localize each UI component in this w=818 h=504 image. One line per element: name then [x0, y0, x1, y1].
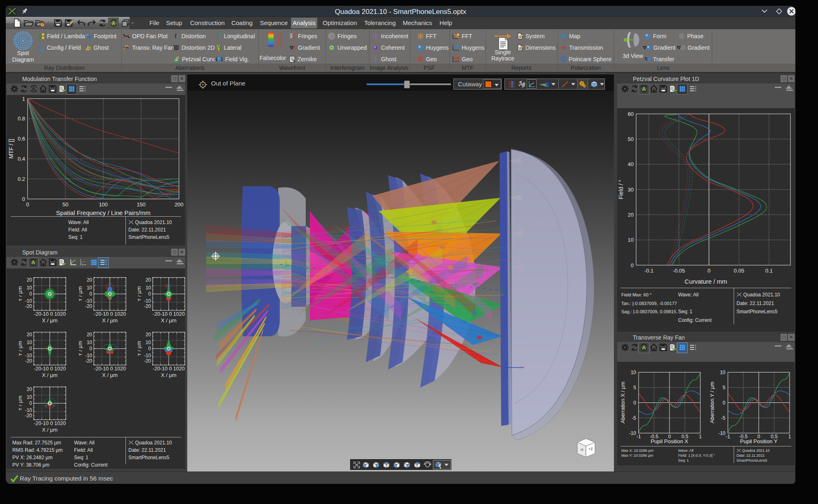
svg-text:Field / °: Field / °	[618, 180, 624, 199]
svg-text:X / µm: X / µm	[42, 317, 58, 324]
svg-text:0: 0	[22, 196, 25, 202]
svg-text:-20-10 0 1020: -20-10 0 1020	[94, 366, 126, 372]
svg-text:50: 50	[63, 201, 68, 208]
svg-text:F: F	[458, 33, 459, 36]
svg-text:10: 10	[146, 340, 151, 345]
svg-text:-20: -20	[25, 303, 33, 309]
svg-text:10: 10	[146, 285, 151, 291]
svg-text:10: 10	[720, 370, 726, 375]
svg-text:0: 0	[148, 346, 151, 351]
svg-text:0: 0	[148, 291, 151, 297]
svg-text:-20: -20	[25, 358, 33, 364]
svg-text:10: 10	[631, 370, 637, 375]
svg-text:X / µm: X / µm	[102, 317, 118, 324]
svg-text:0: 0	[26, 201, 29, 208]
svg-text:-10: -10	[25, 298, 33, 304]
svg-text:-10: -10	[144, 353, 151, 358]
svg-text:X / µm: X / µm	[42, 372, 58, 378]
svg-text:200: 200	[174, 201, 184, 208]
svg-text:0.05: 0.05	[734, 268, 744, 274]
svg-text:-X: -X	[580, 448, 583, 452]
svg-text:Y / µm: Y / µm	[19, 395, 23, 411]
svg-text:0.2: 0.2	[18, 176, 25, 182]
svg-text:0: 0	[723, 400, 725, 406]
svg-text:-5: -5	[632, 415, 636, 421]
svg-text:0: 0	[29, 346, 32, 351]
svg-text:+Z: +Z	[588, 447, 593, 451]
svg-text:X / µm: X / µm	[161, 372, 177, 378]
svg-text:10: 10	[628, 237, 634, 243]
svg-text:5: 5	[723, 385, 725, 391]
svg-text:30: 30	[628, 187, 634, 193]
svg-text:150: 150	[137, 201, 146, 208]
svg-text:MTF / []: MTF / []	[8, 139, 14, 159]
svg-text:0: 0	[89, 291, 92, 297]
svg-text:-20: -20	[85, 358, 93, 364]
svg-text:-10: -10	[629, 430, 637, 436]
svg-text:Y / µm: Y / µm	[19, 341, 23, 356]
svg-text:0.4: 0.4	[18, 156, 25, 162]
svg-text:X / µm: X / µm	[161, 317, 177, 324]
svg-text:20: 20	[628, 212, 634, 218]
svg-text:Y / µm: Y / µm	[79, 286, 83, 302]
svg-text:-10: -10	[144, 298, 151, 304]
svg-text:-20-10 0 1020: -20-10 0 1020	[34, 421, 66, 426]
svg-text:Aberration Y / µm: Aberration Y / µm	[709, 382, 715, 423]
svg-text:Aberration X / µm: Aberration X / µm	[620, 381, 626, 423]
svg-text:-20: -20	[25, 413, 33, 418]
svg-text:0: 0	[707, 268, 710, 274]
svg-text:20: 20	[27, 386, 33, 392]
svg-text:0: 0	[633, 400, 636, 406]
svg-text:-20-10 0 1020: -20-10 0 1020	[153, 311, 185, 317]
svg-text:X / µm: X / µm	[102, 372, 118, 378]
svg-text:-20-10 0 1020: -20-10 0 1020	[34, 366, 66, 372]
svg-text:1: 1	[22, 96, 25, 102]
svg-text:Y / µm: Y / µm	[79, 341, 83, 356]
svg-text:-10: -10	[85, 353, 93, 358]
svg-text:-10: -10	[25, 407, 33, 413]
svg-text:10: 10	[87, 285, 93, 291]
svg-text:-20-10 0 1020: -20-10 0 1020	[94, 311, 126, 317]
svg-text:20: 20	[27, 277, 33, 283]
svg-text:10: 10	[87, 340, 93, 345]
svg-text:20: 20	[146, 332, 151, 338]
svg-text:-10: -10	[25, 353, 33, 358]
svg-text:Y / µm: Y / µm	[138, 341, 142, 356]
svg-text:-20: -20	[85, 303, 93, 309]
svg-text:-20-10 0 1020: -20-10 0 1020	[34, 311, 66, 317]
svg-text:10: 10	[27, 394, 33, 400]
svg-text:0.8: 0.8	[18, 116, 25, 122]
svg-text:0: 0	[29, 400, 32, 406]
svg-text:0.6: 0.6	[18, 136, 25, 142]
svg-text:10: 10	[27, 285, 33, 291]
svg-text:X / µm: X / µm	[42, 427, 58, 433]
svg-text:0.1: 0.1	[765, 268, 773, 274]
svg-text:20: 20	[87, 277, 93, 283]
svg-text:-0.1: -0.1	[644, 268, 653, 274]
svg-text:-5: -5	[721, 415, 725, 421]
svg-text:Spatial Frequency / Line Pairs: Spatial Frequency / Line Pairs/mm	[56, 209, 150, 216]
svg-text:-20: -20	[144, 358, 151, 364]
svg-text:20: 20	[27, 332, 33, 338]
svg-text:-10: -10	[718, 430, 726, 436]
svg-text:10: 10	[27, 340, 33, 345]
svg-text:20: 20	[146, 277, 151, 283]
svg-text:0: 0	[631, 262, 634, 268]
svg-text:5: 5	[633, 385, 636, 391]
svg-text:60: 60	[628, 111, 634, 117]
svg-text:-20: -20	[144, 303, 151, 309]
svg-text:-10: -10	[85, 298, 93, 304]
svg-text:Y / µm: Y / µm	[19, 286, 23, 302]
svg-text:100: 100	[99, 201, 108, 208]
svg-text:0: 0	[29, 291, 32, 297]
svg-text:20: 20	[87, 332, 93, 338]
svg-text:0: 0	[89, 346, 92, 351]
svg-text:-0.05: -0.05	[673, 268, 685, 274]
svg-text:Y / µm: Y / µm	[138, 286, 142, 302]
svg-text:50: 50	[628, 136, 634, 142]
svg-text:-20-10 0 1020: -20-10 0 1020	[153, 366, 185, 372]
svg-text:40: 40	[628, 161, 634, 167]
